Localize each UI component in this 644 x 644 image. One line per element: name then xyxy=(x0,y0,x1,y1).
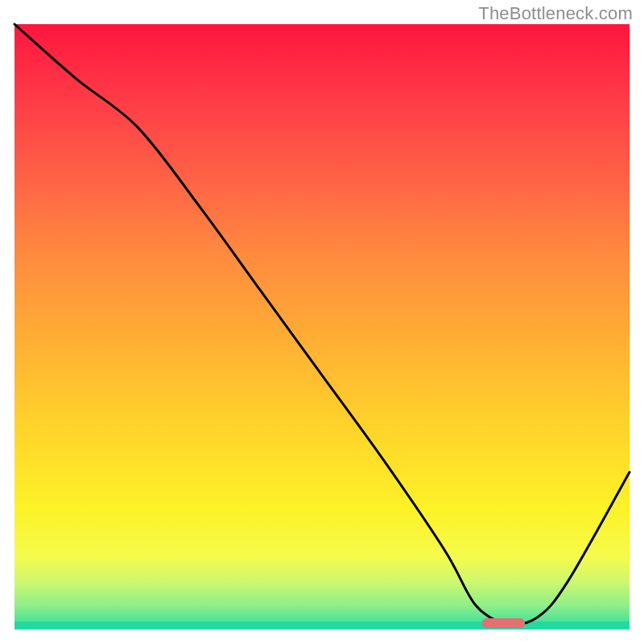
bottleneck-curve xyxy=(14,24,630,625)
curve-layer xyxy=(14,24,630,630)
optimal-marker xyxy=(482,618,525,628)
chart-container: TheBottleneck.com xyxy=(0,0,644,644)
watermark-text: TheBottleneck.com xyxy=(478,3,633,24)
plot-area xyxy=(14,24,630,630)
